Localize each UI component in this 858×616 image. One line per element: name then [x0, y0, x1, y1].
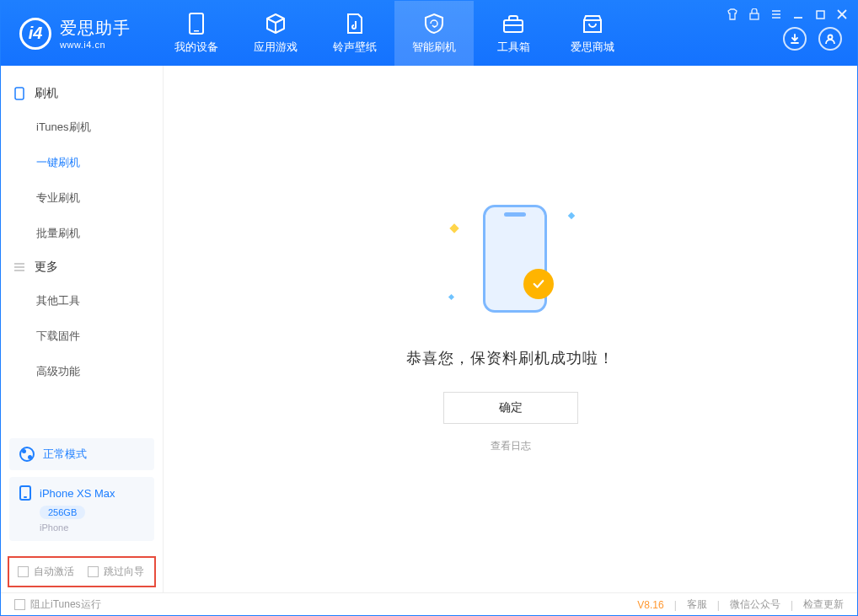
check-badge-icon: [523, 269, 554, 299]
menu-icon[interactable]: [770, 8, 783, 21]
app-name: 爱思助手: [60, 17, 131, 40]
tab-my-device[interactable]: 我的设备: [157, 1, 236, 66]
wechat-link[interactable]: 微信公众号: [730, 597, 780, 612]
user-icon[interactable]: [818, 27, 842, 51]
device-type: iPhone: [40, 522, 144, 533]
tab-ringtone-wallpaper[interactable]: 铃声壁纸: [315, 1, 394, 66]
storage-badge: 256GB: [40, 506, 85, 519]
store-icon: [580, 13, 605, 35]
ok-button[interactable]: 确定: [443, 392, 578, 424]
mode-card[interactable]: 正常模式: [9, 438, 154, 470]
mode-icon: [19, 447, 35, 462]
tab-store[interactable]: 爱思商城: [553, 1, 632, 66]
highlighted-checkbox-row: 自动激活 跳过向导: [8, 556, 156, 587]
svg-rect-9: [817, 11, 824, 19]
phone-outline-icon: [13, 87, 26, 100]
nav-tabs: 我的设备 应用游戏 铃声壁纸 智能刷机 工具箱 爱思商城: [157, 1, 632, 66]
shirt-icon[interactable]: [726, 8, 739, 21]
checkbox-skip-guide[interactable]: 跳过向导: [88, 565, 144, 579]
tab-toolbox[interactable]: 工具箱: [474, 1, 553, 66]
check-update-link[interactable]: 检查更新: [803, 597, 844, 612]
device-panel: 正常模式 iPhone XS Max 256GB iPhone: [1, 438, 163, 548]
close-icon[interactable]: [835, 8, 849, 21]
device-name: iPhone XS Max: [40, 487, 115, 500]
main-content: 恭喜您，保资料刷机成功啦！ 确定 查看日志: [164, 66, 857, 592]
logo-icon: i4: [19, 18, 51, 50]
version-label[interactable]: V8.16: [637, 599, 663, 611]
toolbox-icon: [501, 13, 526, 35]
window-controls: [726, 8, 849, 21]
device-icon: [184, 13, 209, 35]
sidebar-item-advanced[interactable]: 高级功能: [1, 354, 163, 389]
device-card[interactable]: iPhone XS Max 256GB iPhone: [9, 477, 154, 541]
sidebar-item-other-tools[interactable]: 其他工具: [1, 283, 163, 319]
sidebar-item-pro-flash[interactable]: 专业刷机: [1, 180, 163, 216]
logo-area[interactable]: i4 爱思助手 www.i4.cn: [1, 17, 157, 50]
sidebar-group-more[interactable]: 更多: [1, 251, 163, 283]
tab-apps-games[interactable]: 应用游戏: [236, 1, 315, 66]
shield-refresh-icon: [421, 13, 447, 35]
device-name-row: iPhone XS Max: [19, 485, 144, 501]
success-message: 恭喜您，保资料刷机成功啦！: [406, 348, 614, 368]
tab-smart-flash[interactable]: 智能刷机: [394, 1, 474, 66]
sidebar-group-flash[interactable]: 刷机: [1, 78, 163, 110]
checkbox-icon: [18, 566, 29, 577]
svg-rect-1: [194, 30, 199, 32]
sidebar: 刷机 iTunes刷机 一键刷机 专业刷机 批量刷机 更多 其他工具 下载固件 …: [1, 66, 164, 592]
checkbox-icon: [14, 599, 25, 610]
app-body: 刷机 iTunes刷机 一键刷机 专业刷机 批量刷机 更多 其他工具 下载固件 …: [1, 66, 857, 592]
sidebar-item-batch-flash[interactable]: 批量刷机: [1, 216, 163, 251]
maximize-icon[interactable]: [813, 8, 827, 21]
phone-icon: [19, 485, 31, 501]
svg-point-12: [829, 35, 833, 40]
minimize-icon[interactable]: [791, 8, 805, 21]
mode-label: 正常模式: [43, 447, 87, 462]
lock-icon[interactable]: [748, 8, 761, 21]
header-user-icons: [783, 27, 842, 51]
checkbox-icon: [88, 566, 99, 577]
checkbox-auto-activate[interactable]: 自动激活: [18, 565, 74, 579]
sidebar-item-oneclick-flash[interactable]: 一键刷机: [1, 145, 163, 180]
svg-rect-13: [15, 88, 24, 99]
footer: 阻止iTunes运行 V8.16 | 客服 | 微信公众号 | 检查更新: [1, 592, 857, 616]
app-header: i4 爱思助手 www.i4.cn 我的设备 应用游戏 铃声壁纸 智能刷机 工具…: [1, 1, 857, 66]
success-illustration: [473, 205, 549, 314]
app-url: www.i4.cn: [60, 40, 131, 50]
checkbox-block-itunes[interactable]: 阻止iTunes运行: [14, 597, 101, 612]
download-icon[interactable]: [783, 27, 807, 51]
support-link[interactable]: 客服: [687, 597, 707, 612]
sidebar-item-download-firmware[interactable]: 下载固件: [1, 319, 163, 354]
sidebar-item-itunes-flash[interactable]: iTunes刷机: [1, 110, 163, 145]
list-icon: [13, 262, 26, 272]
svg-rect-4: [750, 13, 759, 19]
cube-icon: [263, 13, 288, 35]
music-file-icon: [342, 13, 367, 35]
view-log-link[interactable]: 查看日志: [491, 439, 531, 453]
